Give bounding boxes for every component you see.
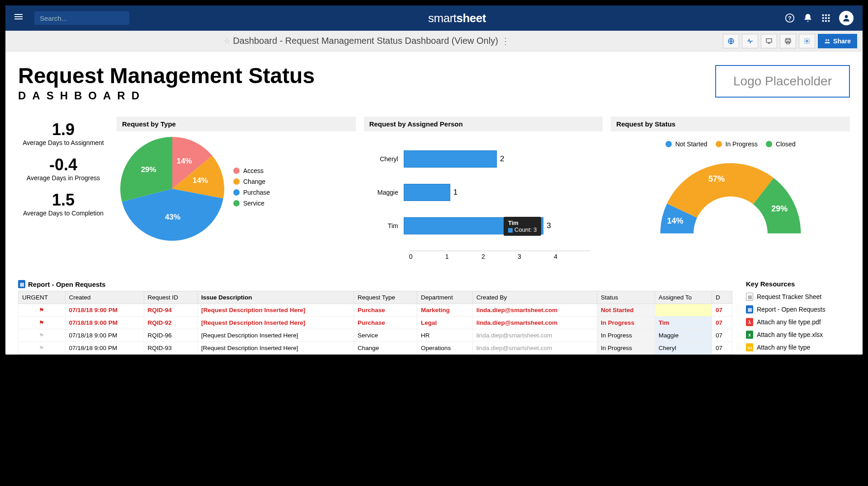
resource-item[interactable]: λ Attach any file type.pdf: [746, 316, 850, 328]
svg-rect-7: [822, 17, 824, 19]
table-header[interactable]: Request Type: [354, 291, 417, 304]
key-resources: Key Resources ▤ Request Tracker Sheet ▤ …: [746, 277, 850, 355]
bar-value: 2: [500, 154, 504, 164]
globe-icon: [727, 37, 735, 45]
table-header[interactable]: URGENT: [19, 291, 66, 304]
page-subtitle: DASHBOARD: [18, 89, 315, 102]
metric-label: Average Days to Assignment: [18, 139, 108, 146]
metric-value: 1.5: [18, 191, 108, 210]
svg-rect-11: [825, 20, 827, 22]
svg-rect-12: [828, 20, 830, 22]
bell-icon[interactable]: [803, 13, 813, 23]
dashboard-title: Dashboard - Request Management Status Da…: [233, 36, 498, 46]
legend-item[interactable]: Access: [233, 167, 270, 174]
topbar: smartsheet ?: [5, 5, 863, 31]
search-box[interactable]: [34, 11, 129, 25]
apps-icon[interactable]: [821, 13, 831, 23]
help-icon[interactable]: ?: [785, 13, 795, 23]
donut-legend: Not StartedIn ProgressClosed: [665, 140, 796, 151]
table-row[interactable]: ⚑ 07/18/18 9:00 PMRQID-93[Request Descri…: [19, 342, 732, 355]
metric: 1.5 Average Days to Completion: [18, 191, 108, 217]
svg-point-21: [828, 39, 830, 41]
resources-title: Key Resources: [746, 277, 850, 290]
donut-chart[interactable]: 14%57%29%: [654, 156, 807, 237]
menu-icon[interactable]: [14, 13, 25, 23]
kebab-icon[interactable]: ⋮: [501, 36, 510, 47]
activity-button[interactable]: [742, 34, 758, 48]
page-title: Request Management Status: [18, 65, 315, 87]
legend-item[interactable]: Service: [233, 200, 270, 207]
xlsx-icon: x: [746, 331, 753, 339]
svg-rect-6: [828, 14, 830, 16]
share-label: Share: [833, 37, 851, 45]
bar-row[interactable]: Maggie 1: [372, 184, 590, 201]
panel-title: Request by Type: [117, 117, 356, 131]
search-input[interactable]: [40, 14, 126, 22]
legend-item[interactable]: In Progress: [716, 140, 758, 148]
table-header[interactable]: Status: [597, 291, 655, 304]
table-header[interactable]: Created: [65, 291, 144, 304]
svg-rect-15: [766, 38, 772, 42]
bar-value: 3: [547, 221, 551, 230]
share-button[interactable]: Share: [818, 34, 857, 48]
legend-item[interactable]: Closed: [766, 140, 796, 148]
flag-icon: ⚑: [39, 345, 44, 351]
donut-slice-label: 29%: [771, 204, 788, 214]
report-table[interactable]: URGENTCreatedRequest IDIssue Description…: [18, 291, 732, 355]
metrics-column: 1.9 Average Days to Assignment -0.4 Aver…: [18, 117, 108, 268]
pie-slice-label: 14%: [177, 157, 192, 166]
report-icon: ▤: [746, 305, 753, 313]
table-row[interactable]: ⚑ 07/18/18 9:00 PMRQID-92[Request Descri…: [19, 317, 732, 329]
settings-button[interactable]: [799, 34, 815, 48]
table-header[interactable]: Request ID: [144, 291, 197, 304]
table-header[interactable]: Department: [417, 291, 473, 304]
resource-label: Report - Open Requests: [757, 306, 826, 313]
bar-row[interactable]: Cheryl 2: [372, 150, 590, 168]
bar-axis: 01234: [409, 251, 590, 260]
metric-label: Average Days to Completion: [18, 210, 108, 217]
sheet-icon: ▤: [746, 293, 753, 301]
svg-text:?: ?: [788, 15, 792, 22]
resource-label: Attach any file type.pdf: [757, 318, 821, 326]
gear-icon: [803, 37, 811, 45]
star-icon[interactable]: ☆: [224, 37, 230, 45]
globe-button[interactable]: [723, 34, 739, 48]
table-row[interactable]: ⚑ 07/18/18 9:00 PMRQID-96[Request Descri…: [19, 329, 732, 342]
chart-tooltip: TimCount: 3: [504, 217, 541, 236]
slide-icon: ▭: [746, 343, 753, 351]
legend-item[interactable]: Purchase: [233, 189, 270, 196]
svg-rect-9: [828, 17, 830, 19]
pie-chart[interactable]: 14%14%43%29%: [120, 137, 224, 241]
table-header[interactable]: Assigned To: [655, 291, 712, 304]
pdf-icon: λ: [746, 318, 753, 326]
resource-label: Request Tracker Sheet: [757, 293, 821, 300]
table-header[interactable]: Issue Description: [197, 291, 354, 304]
svg-point-13: [845, 15, 848, 18]
resource-item[interactable]: x Attach any file type.xlsx: [746, 328, 850, 341]
print-button[interactable]: [780, 34, 796, 48]
pie-legend: AccessChangePurchaseService: [233, 167, 270, 210]
bar-chart[interactable]: Cheryl 2 Maggie 1 Tim TimCount: 33 01234: [368, 137, 599, 265]
flag-icon: ⚑: [39, 319, 44, 326]
activity-icon: [746, 37, 754, 45]
table-row[interactable]: ⚑ 07/18/18 9:00 PMRQID-94[Request Descri…: [19, 304, 732, 317]
brand-logo: smartsheet: [129, 11, 785, 25]
print-icon: [784, 37, 792, 45]
svg-rect-8: [825, 17, 827, 19]
present-button[interactable]: [761, 34, 777, 48]
avatar[interactable]: [839, 11, 854, 25]
metric: 1.9 Average Days to Assignment: [18, 120, 108, 146]
svg-rect-5: [825, 14, 827, 16]
resource-item[interactable]: ▭ Attach any file type: [746, 341, 850, 354]
panel-title: Request by Assigned Person: [364, 117, 603, 131]
panel-title: Request by Status: [611, 117, 850, 131]
legend-item[interactable]: Not Started: [665, 140, 708, 148]
donut-slice-label: 57%: [708, 174, 725, 184]
resource-item[interactable]: ▤ Report - Open Requests: [746, 303, 850, 316]
table-header[interactable]: Created By: [472, 291, 597, 304]
resource-item[interactable]: ▤ Request Tracker Sheet: [746, 290, 850, 303]
svg-rect-4: [822, 14, 824, 16]
bar-row[interactable]: Tim TimCount: 33: [372, 217, 590, 234]
table-header[interactable]: D: [712, 291, 732, 304]
legend-item[interactable]: Change: [233, 178, 270, 185]
